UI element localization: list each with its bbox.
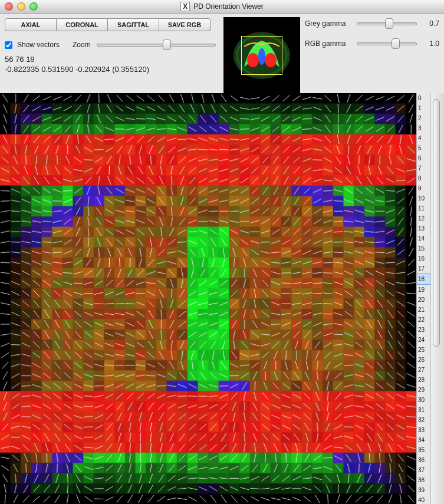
ruler-tick[interactable]: 37: [417, 465, 430, 475]
show-vectors-checkbox[interactable]: [5, 41, 12, 49]
ruler-tick[interactable]: 14: [417, 233, 430, 243]
coronal-button[interactable]: CORONAL: [57, 18, 108, 31]
ruler-tick[interactable]: 35: [417, 445, 430, 455]
ruler-tick[interactable]: 21: [417, 305, 430, 315]
rgb-gamma-label: RGB gamma: [305, 39, 352, 48]
cursor-vector: -0.822335 0.531590 -0.202924 (0.355120): [5, 65, 217, 75]
ruler-tick[interactable]: 5: [417, 143, 430, 153]
ruler-tick[interactable]: 17: [417, 263, 430, 274]
ruler-tick[interactable]: 36: [417, 455, 430, 465]
roi-box[interactable]: [241, 36, 282, 75]
ruler-tick[interactable]: 19: [417, 285, 430, 295]
ruler-tick[interactable]: 25: [417, 345, 430, 355]
ruler-tick[interactable]: 22: [417, 315, 430, 325]
ruler-tick[interactable]: 9: [417, 183, 430, 193]
vertical-scrollbar[interactable]: [430, 93, 444, 504]
ruler-tick[interactable]: 12: [417, 213, 430, 223]
close-icon[interactable]: [5, 2, 13, 11]
scrollbar-thumb[interactable]: [433, 99, 440, 347]
slice-ruler[interactable]: 0123456789101112131415161718192021222324…: [416, 93, 430, 504]
grey-gamma-value: 0.7: [422, 19, 439, 28]
ruler-tick[interactable]: 27: [417, 365, 430, 375]
orientation-canvas[interactable]: [0, 93, 416, 504]
ruler-tick[interactable]: 24: [417, 335, 430, 345]
ruler-tick[interactable]: 31: [417, 405, 430, 415]
ruler-tick[interactable]: 39: [417, 485, 430, 495]
ruler-tick[interactable]: 2: [417, 113, 430, 123]
ruler-tick[interactable]: 3: [417, 123, 430, 133]
ruler-tick[interactable]: 7: [417, 163, 430, 173]
ruler-tick[interactable]: 0: [417, 93, 430, 103]
window-titlebar: X PD Orientation Viewer: [0, 0, 444, 14]
ruler-tick[interactable]: 23: [417, 325, 430, 335]
window-title: PD Orientation Viewer: [193, 2, 264, 11]
ruler-tick[interactable]: 4: [417, 133, 430, 143]
grey-gamma-label: Grey gamma: [305, 19, 352, 28]
rgb-gamma-slider[interactable]: [357, 42, 417, 45]
cursor-coords: 56 76 18: [5, 55, 217, 65]
axial-button[interactable]: AXIAL: [5, 18, 57, 31]
zoom-label: Zoom: [73, 41, 91, 49]
ruler-tick[interactable]: 15: [417, 243, 430, 253]
ruler-tick[interactable]: 16: [417, 253, 430, 263]
minimize-icon[interactable]: [17, 2, 25, 11]
ruler-tick[interactable]: 11: [417, 203, 430, 213]
ruler-tick[interactable]: 30: [417, 395, 430, 405]
ruler-tick[interactable]: 1: [417, 103, 430, 113]
rgb-gamma-value: 1.0: [422, 39, 439, 48]
ruler-tick[interactable]: 26: [417, 355, 430, 365]
ruler-tick[interactable]: 13: [417, 223, 430, 233]
ruler-tick[interactable]: 20: [417, 295, 430, 305]
app-icon: X: [180, 2, 190, 11]
ruler-tick[interactable]: 28: [417, 375, 430, 385]
ruler-tick[interactable]: 33: [417, 425, 430, 435]
ruler-tick[interactable]: 38: [417, 475, 430, 485]
overview-thumbnail[interactable]: [223, 17, 300, 94]
ruler-tick[interactable]: 29: [417, 385, 430, 395]
ruler-tick[interactable]: 34: [417, 435, 430, 445]
save-rgb-button[interactable]: SAVE RGB: [159, 18, 211, 31]
ruler-tick[interactable]: 40: [417, 495, 430, 504]
ruler-tick[interactable]: 6: [417, 153, 430, 163]
ruler-tick[interactable]: 8: [417, 173, 430, 183]
ruler-tick[interactable]: 18: [417, 274, 430, 285]
ruler-tick[interactable]: 32: [417, 415, 430, 425]
zoom-slider[interactable]: [97, 44, 216, 47]
grey-gamma-slider[interactable]: [357, 22, 417, 25]
ruler-tick[interactable]: 10: [417, 193, 430, 203]
zoom-icon[interactable]: [29, 2, 38, 11]
show-vectors-label: Show vectors: [17, 41, 60, 49]
sagittal-button[interactable]: SAGITTAL: [108, 18, 159, 31]
